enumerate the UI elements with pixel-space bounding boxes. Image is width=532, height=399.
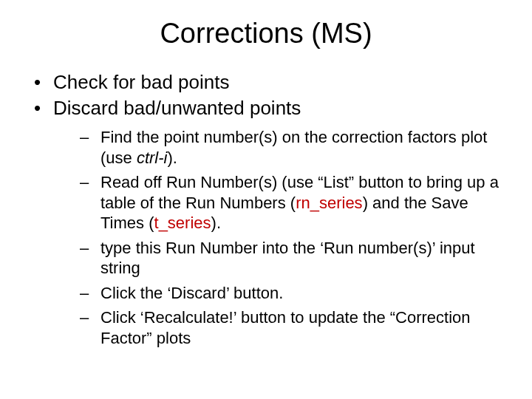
- bullet-list: Check for bad points Discard bad/unwante…: [30, 70, 502, 348]
- text-run: ).: [211, 214, 221, 232]
- text-run-italic: ctrl-i: [137, 149, 168, 167]
- slide: Corrections (MS) Check for bad points Di…: [0, 0, 532, 399]
- slide-title: Corrections (MS): [30, 0, 502, 70]
- sub-item: Find the point number(s) on the correcti…: [53, 127, 502, 168]
- sub-item: Click the ‘Discard’ button.: [53, 283, 502, 304]
- text-run-highlight: rn_series: [296, 194, 362, 212]
- sub-item: Read off Run Number(s) (use “List” butto…: [53, 172, 502, 233]
- sub-item: Click ‘Recalculate!’ button to update th…: [53, 307, 502, 348]
- bullet-item: Discard bad/unwanted points Find the poi…: [30, 96, 502, 349]
- text-run: ).: [167, 149, 177, 167]
- bullet-text: Discard bad/unwanted points: [53, 97, 301, 119]
- sub-item: type this Run Number into the ‘Run numbe…: [53, 238, 502, 279]
- bullet-item: Check for bad points: [30, 70, 502, 95]
- sub-list: Find the point number(s) on the correcti…: [53, 127, 502, 348]
- text-run-highlight: t_series: [154, 214, 211, 232]
